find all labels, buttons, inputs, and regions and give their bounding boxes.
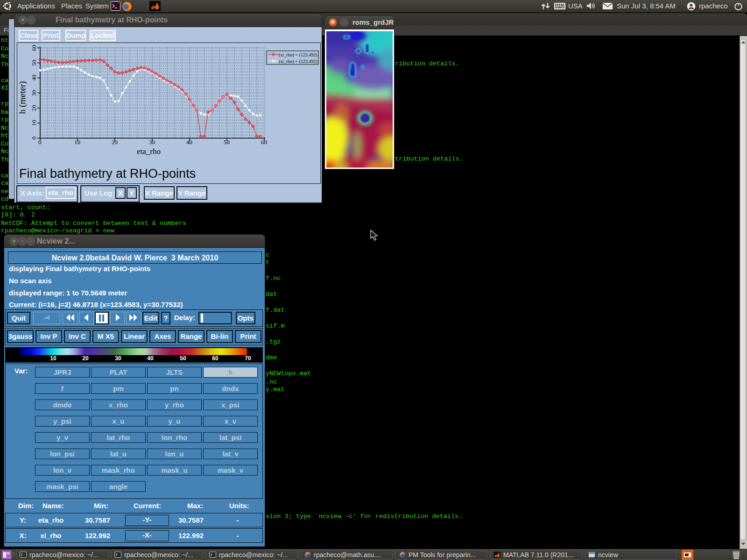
svg-text:h (meter): h (meter) [17,81,28,114]
svg-text:40: 40 [30,75,37,81]
svg-text:30: 30 [149,139,155,146]
svg-text:(xi_rho) = (123.492): (xi_rho) = (123.492) [279,52,317,58]
svg-text:eta_rho: eta_rho [137,147,161,156]
svg-text:50: 50 [224,139,230,146]
svg-text:10: 10 [30,120,37,126]
svg-text:0: 0 [30,137,37,140]
svg-text:60: 60 [30,45,37,51]
svg-text:30: 30 [30,90,37,96]
svg-text:0: 0 [38,139,42,146]
svg-text:(xi_rho) = (123.492): (xi_rho) = (123.492) [279,59,317,64]
svg-text:20: 20 [112,139,118,146]
svg-text:20: 20 [30,105,37,111]
svg-text:10: 10 [74,139,80,146]
svg-text:60: 60 [261,139,267,146]
svg-text:40: 40 [186,139,192,146]
svg-text:50: 50 [30,60,37,66]
